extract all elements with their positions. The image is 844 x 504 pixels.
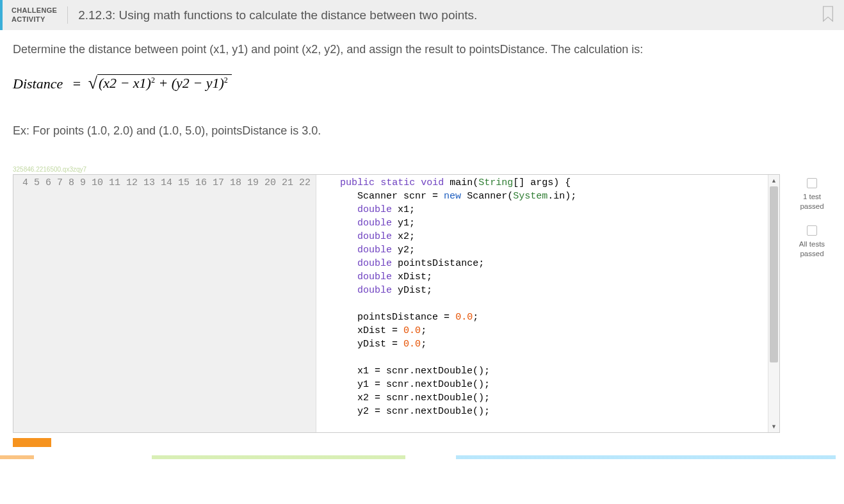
activity-header: CHALLENGE ACTIVITY 2.12.3: Using math fu… [0, 0, 844, 30]
activity-type-line1: CHALLENGE [12, 6, 57, 14]
code-text-area[interactable]: public static void main(String[] args) {… [316, 175, 779, 432]
progress-indicator [0, 455, 844, 459]
checkbox-icon [807, 178, 817, 188]
instruction-text: Determine the distance between point (x1… [13, 43, 831, 56]
footer-bar [0, 438, 844, 455]
test-status-column: 1 testpassed All testspassed [793, 174, 831, 273]
distance-formula: Distance = √ (x2 − x1)2 + (y2 − y1)2 [13, 74, 831, 92]
equals-sign: = [73, 76, 81, 92]
run-button[interactable] [13, 438, 51, 447]
status-one-test: 1 testpassed [793, 178, 831, 211]
bookmark-icon [821, 5, 835, 23]
vertical-scrollbar[interactable]: ▲ ▼ [768, 175, 779, 432]
status-all-tests-label: All testspassed [793, 240, 831, 259]
formula-lhs: Distance [13, 76, 63, 92]
radical-icon: √ [88, 75, 97, 92]
status-one-test-label: 1 testpassed [793, 192, 831, 211]
bookmark-button[interactable] [821, 5, 835, 25]
activity-type-label: CHALLENGE ACTIVITY [12, 6, 68, 23]
sqrt-expression: √ (x2 − x1)2 + (y2 − y1)2 [88, 74, 232, 92]
scroll-up-button[interactable]: ▲ [768, 175, 779, 186]
activity-title: 2.12.3: Using math functions to calculat… [78, 8, 477, 22]
activity-type-line2: ACTIVITY [12, 15, 45, 23]
checkbox-icon [807, 225, 817, 236]
line-number-gutter: 4 5 6 7 8 9 10 11 12 13 14 15 16 17 18 1… [13, 175, 316, 432]
seed-text: 325846.2216500.qx3zqy7 [13, 166, 831, 173]
scroll-thumb[interactable] [770, 186, 778, 362]
example-text: Ex: For points (1.0, 2.0) and (1.0, 5.0)… [13, 124, 831, 138]
formula-radicand: (x2 − x1)2 + (y2 − y1)2 [97, 74, 232, 92]
scroll-down-button[interactable]: ▼ [768, 421, 779, 432]
scroll-track[interactable] [768, 186, 779, 421]
status-all-tests: All testspassed [793, 225, 831, 259]
code-editor[interactable]: 4 5 6 7 8 9 10 11 12 13 14 15 16 17 18 1… [13, 174, 780, 433]
